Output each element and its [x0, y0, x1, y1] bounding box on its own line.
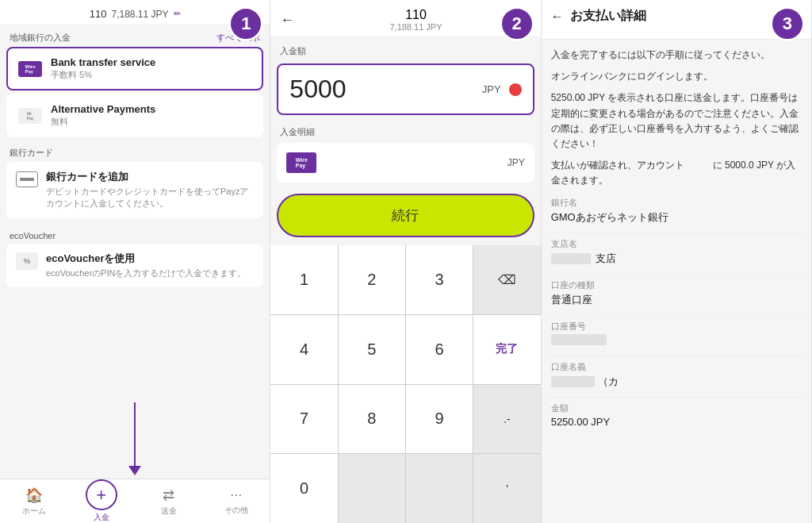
account-holder-row: 口座名義 （カ — [551, 361, 802, 389]
key-0[interactable]: 0 — [270, 454, 337, 523]
detail-label: 入金明細 — [270, 118, 540, 143]
alt-pay-icon: AltPay — [17, 107, 43, 125]
card-icon — [16, 171, 38, 187]
detail-wirepay-logo: WirePay — [286, 152, 316, 173]
key-done[interactable]: 完了 — [473, 315, 540, 384]
step-badge-3: 3 — [770, 6, 805, 41]
evoucher-item[interactable]: % ecoVoucherを使用 ecoVoucherのPINを入力するだけで入金… — [6, 244, 263, 287]
amount-detail-value: 5250.00 JPY — [551, 416, 802, 428]
bottom-nav: 🏠 ホーム + 入金 ⇄ 送金 ··· その他 — [0, 479, 270, 523]
panel3-title: お支払い詳細 — [570, 8, 646, 25]
bank-transfer-info: Bank transfer service 手数料 5% — [51, 56, 252, 81]
branch-suffix: 支店 — [596, 252, 616, 266]
alternative-payments-item[interactable]: AltPay Alternative Payments 無料 — [6, 94, 263, 137]
voucher-icon: % — [16, 252, 38, 270]
amount-label: 入金額 — [270, 37, 540, 60]
currency-label: JPY — [482, 83, 501, 95]
nav-more[interactable]: ··· その他 — [202, 479, 270, 523]
numpad: 1 2 3 ⌫ 4 5 6 完了 7 8 9 .- 0 ' — [270, 245, 540, 523]
instruction-line-3: 5250.00 JPY を表示される口座に送金します。口座番号は定期的に変更され… — [551, 90, 802, 152]
key-4[interactable]: 4 — [270, 315, 337, 384]
card-desc: デビットカードやクレジットカードを使ってPayzアカウントに入金してください。 — [46, 186, 254, 210]
key-9[interactable]: 9 — [406, 385, 473, 454]
deposit-button[interactable]: + — [86, 479, 117, 510]
alt-pay-info: Alternative Payments 無料 — [51, 103, 252, 128]
bank-details: 銀行名 GMOあおぞらネット銀行 支店名 支店 口座の種類 普通口座 口座 — [551, 197, 802, 428]
bank-card-item[interactable]: 銀行カードを追加 デビットカードやクレジットカードを使ってPayzアカウントに入… — [6, 162, 263, 218]
more-icon: ··· — [230, 486, 242, 503]
branch-blurred — [551, 253, 591, 264]
amount-right: JPY — [482, 83, 522, 96]
balance-amount: 7,188.11 JPY — [111, 9, 168, 20]
account-number-label: 口座番号 — [551, 321, 802, 333]
account-number-value — [551, 334, 802, 348]
key-2[interactable]: 2 — [339, 245, 405, 314]
bank-transfer-fee: 手数料 5% — [51, 69, 252, 81]
key-apostrophe[interactable]: ' — [473, 454, 540, 523]
panel2-account-number: 110 — [301, 8, 530, 22]
edit-icon[interactable]: ✏ — [174, 9, 181, 19]
nav-send-label: 送金 — [161, 506, 177, 517]
bank-transfer-item[interactable]: WirePay Bank transfer service 手数料 5% — [6, 47, 263, 90]
branch-name-label: 支店名 — [551, 238, 802, 250]
detail-box: WirePay JPY — [277, 143, 534, 183]
panel2-header-center: 110 7,188.11 JPY — [301, 8, 530, 32]
nav-more-label: その他 — [224, 505, 248, 516]
local-bank-title: 地域銀行の入金 — [10, 32, 71, 44]
key-8[interactable]: 8 — [339, 385, 405, 454]
key-backspace[interactable]: ⌫ — [473, 245, 540, 314]
step-badge-1: 1 — [228, 6, 263, 41]
panel3-back-button[interactable]: ← — [551, 10, 564, 24]
nav-home-label: ホーム — [22, 506, 46, 517]
evoucher-info: ecoVoucherを使用 ecoVoucherのPINを入力するだけで入金でき… — [46, 252, 254, 279]
detail-currency: JPY — [508, 157, 525, 168]
step-badge-2: 2 — [500, 6, 534, 41]
red-dot-icon — [509, 83, 522, 96]
evoucher-name: ecoVoucherを使用 — [46, 252, 254, 266]
branch-name-row: 支店名 支店 — [551, 238, 802, 266]
panel-3: ← お支払い詳細 3 入金を完了するには以下の手順に従ってください。 オンライン… — [542, 0, 812, 523]
evoucher-desc: ecoVoucherのPINを入力するだけで入金できます。 — [46, 267, 254, 279]
nav-deposit-label: 入金 — [94, 512, 109, 523]
nav-send[interactable]: ⇄ 送金 — [135, 479, 202, 523]
card-info: 銀行カードを追加 デビットカードやクレジットカードを使ってPayzアカウントに入… — [46, 170, 254, 210]
alt-pay-name: Alternative Payments — [51, 103, 252, 115]
account-number-label: 110 — [90, 8, 107, 20]
key-5[interactable]: 5 — [339, 315, 405, 384]
panel2-balance: 7,188.11 JPY — [301, 22, 530, 32]
wirepay-icon: WirePay — [17, 60, 43, 78]
card-name: 銀行カードを追加 — [46, 170, 254, 184]
key-dot-dash[interactable]: .- — [473, 385, 540, 454]
nav-deposit[interactable]: + 入金 — [67, 479, 135, 523]
key-3[interactable]: 3 — [406, 245, 473, 314]
key-empty2 — [406, 454, 473, 523]
key-6[interactable]: 6 — [406, 315, 473, 384]
alt-pay-fee: 無料 — [51, 116, 252, 128]
account-holder-label: 口座名義 — [551, 361, 802, 373]
account-number-blurred — [551, 334, 607, 345]
panel3-content: 入金を完了するには以下の手順に従ってください。 オンラインバンクにログインします… — [542, 40, 811, 523]
bank-name-row: 銀行名 GMOあおぞらネット銀行 — [551, 197, 802, 225]
key-1[interactable]: 1 — [270, 245, 337, 314]
home-icon: 🏠 — [25, 486, 43, 504]
account-type-row: 口座の種類 普通口座 — [551, 279, 802, 307]
instruction-line-2: オンラインバンクにログインします。 — [551, 69, 802, 84]
panel-1: 110 7,188.11 JPY ✏ 1 地域銀行の入金 すべて表示 WireP… — [0, 0, 270, 523]
bank-card-title: 銀行カード — [10, 147, 53, 159]
key-7[interactable]: 7 — [270, 385, 337, 454]
amount-input-box[interactable]: 5000 JPY — [277, 63, 534, 115]
account-type-label: 口座の種類 — [551, 279, 802, 291]
bank-name-value: GMOあおぞらネット銀行 — [551, 210, 802, 225]
continue-button[interactable]: 続行 — [277, 194, 534, 237]
back-button[interactable]: ← — [280, 12, 294, 29]
holder-blurred — [551, 376, 595, 387]
nav-home[interactable]: 🏠 ホーム — [0, 479, 67, 523]
bank-card-section-header: 銀行カード — [0, 140, 270, 162]
send-icon: ⇄ — [163, 486, 174, 504]
account-number-row: 口座番号 — [551, 321, 802, 348]
panel3-header: ← お支払い詳細 — [551, 8, 802, 25]
panel-2: ← 110 7,188.11 JPY 2 入金額 5000 JPY 入金明細 W… — [270, 0, 541, 523]
account-holder-value: （カ — [551, 375, 802, 389]
amount-row: 金額 5250.00 JPY — [551, 402, 802, 428]
holder-suffix: （カ — [598, 375, 619, 389]
